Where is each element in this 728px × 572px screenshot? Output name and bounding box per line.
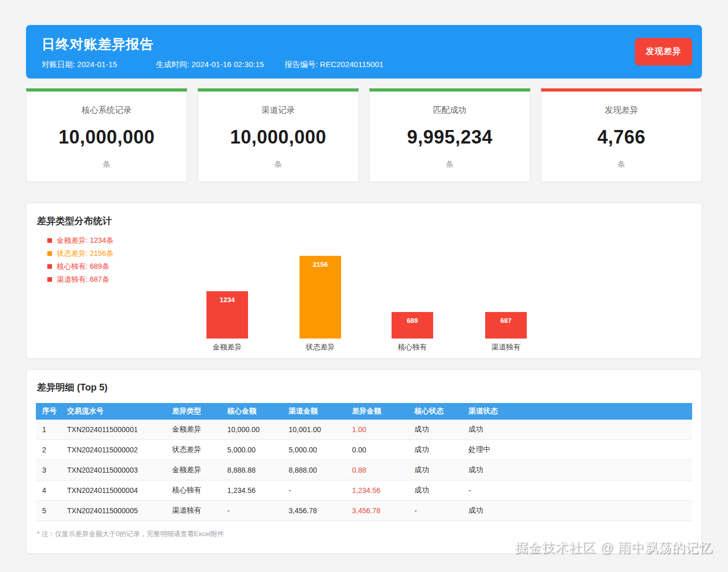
bar-value-label: 1234 xyxy=(220,296,235,339)
table-row: 3TXN20240115000003金额差异8,888.888,888.000.… xyxy=(36,460,692,480)
page-title: 日终对账差异报告 xyxy=(42,35,619,54)
bar-category-label: 状态差异 xyxy=(306,343,335,353)
bar: 2156 xyxy=(300,256,341,339)
column-header: 序号 xyxy=(36,403,61,420)
diff-detail-table: 序号交易流水号差异类型核心金额渠道金额差异金额核心状态渠道状态 1TXN2024… xyxy=(36,403,692,521)
bar-category-label: 核心独有 xyxy=(398,343,427,353)
legend-label: 状态差异: 2156条 xyxy=(57,249,113,258)
cell-channel-status: 处理中 xyxy=(462,440,692,460)
stat-card: 匹配成功9,995,234条 xyxy=(369,88,530,182)
column-header: 交易流水号 xyxy=(61,403,166,420)
bar-group: 2156状态差异 xyxy=(300,256,341,353)
cell-seq: 2 xyxy=(36,440,61,460)
column-header: 渠道状态 xyxy=(462,403,692,420)
cell-core-status: 成功 xyxy=(408,420,462,440)
meta-generated-time: 生成时间: 2024-01-16 02:30:15 xyxy=(156,60,284,70)
cell-txn-id: TXN20240115000002 xyxy=(61,440,166,460)
stat-value: 10,000,000 xyxy=(198,126,358,148)
stat-unit: 条 xyxy=(370,160,530,170)
column-header: 核心状态 xyxy=(408,403,462,420)
bar-value-label: 687 xyxy=(500,317,512,339)
cell-seq: 4 xyxy=(36,480,61,501)
table-row: 2TXN20240115000002状态差异5,000.005,000.000.… xyxy=(36,440,692,460)
column-header: 差异金额 xyxy=(346,403,408,420)
stat-label: 匹配成功 xyxy=(370,105,530,116)
cell-diff-type: 渠道独有 xyxy=(166,501,221,521)
bar-group: 687渠道独有 xyxy=(485,312,527,353)
header-meta: 对账日期: 2024-01-15 生成时间: 2024-01-16 02:30:… xyxy=(42,60,619,70)
cell-core-amount: 8,888.88 xyxy=(221,460,282,480)
table-header: 序号交易流水号差异类型核心金额渠道金额差异金额核心状态渠道状态 xyxy=(36,403,692,420)
legend-swatch xyxy=(47,251,52,256)
stat-value: 9,995,234 xyxy=(370,126,530,148)
stat-value: 4,766 xyxy=(541,126,701,148)
table-row: 5TXN20240115000005渠道独有-3,456.783,456.78-… xyxy=(36,501,692,521)
stat-label: 渠道记录 xyxy=(198,105,358,116)
bar: 1234 xyxy=(206,291,248,339)
legend-item: 状态差异: 2156条 xyxy=(47,250,113,257)
stat-unit: 条 xyxy=(541,160,701,170)
cell-diff-amount: 0.00 xyxy=(346,440,408,460)
meta-report-id: 报告编号: REC20240115001 xyxy=(284,60,384,70)
report-page: 日终对账差异报告 对账日期: 2024-01-15 生成时间: 2024-01-… xyxy=(0,0,728,554)
column-header: 差异类型 xyxy=(166,403,221,420)
table-row: 4TXN20240115000004核心独有1,234.56-1,234.56成… xyxy=(36,480,692,501)
cell-txn-id: TXN20240115000003 xyxy=(61,460,166,480)
legend-label: 核心独有: 689条 xyxy=(57,262,109,271)
cell-channel-status: 成功 xyxy=(462,460,692,480)
diff-detail-card: 差异明细 (Top 5) 序号交易流水号差异类型核心金额渠道金额差异金额核心状态… xyxy=(26,369,702,554)
table-body: 1TXN20240115000001金额差异10,000.0010,001.00… xyxy=(36,420,692,521)
cell-diff-type: 金额差异 xyxy=(166,460,221,480)
cell-diff-type: 核心独有 xyxy=(166,480,221,501)
stat-unit: 条 xyxy=(27,160,187,170)
cell-txn-id: TXN20240115000005 xyxy=(61,501,166,521)
chart-title: 差异类型分布统计 xyxy=(37,215,691,227)
found-diff-button[interactable]: 发现差异 xyxy=(635,38,692,66)
stat-card: 发现差异4,766条 xyxy=(541,88,702,182)
cell-core-amount: - xyxy=(221,501,282,521)
cell-channel-amount: 3,456.78 xyxy=(282,501,346,521)
stat-label: 发现差异 xyxy=(541,105,701,116)
legend-swatch xyxy=(47,238,52,243)
legend-swatch xyxy=(47,277,52,282)
cell-diff-type: 金额差异 xyxy=(166,420,221,440)
bar: 687 xyxy=(485,312,527,339)
meta-recon-date: 对账日期: 2024-01-15 xyxy=(42,60,156,70)
chart-legend: 金额差异: 1234条状态差异: 2156条核心独有: 689条渠道独有: 68… xyxy=(47,237,113,289)
diff-type-bar-chart: 金额差异: 1234条状态差异: 2156条核心独有: 689条渠道独有: 68… xyxy=(37,229,691,353)
cell-channel-amount: - xyxy=(282,480,346,501)
cell-core-status: 成功 xyxy=(408,440,462,460)
stat-label: 核心系统记录 xyxy=(27,105,187,116)
stat-card: 核心系统记录10,000,000条 xyxy=(26,88,187,182)
table-title: 差异明细 (Top 5) xyxy=(37,381,692,394)
diff-type-chart-card: 差异类型分布统计 金额差异: 1234条状态差异: 2156条核心独有: 689… xyxy=(26,203,702,359)
cell-core-status: - xyxy=(408,501,462,521)
bar: 689 xyxy=(392,312,433,339)
bar-value-label: 2156 xyxy=(313,261,328,339)
cell-diff-type: 状态差异 xyxy=(166,440,221,460)
cell-seq: 1 xyxy=(36,420,61,440)
cell-txn-id: TXN20240115000004 xyxy=(61,480,166,501)
bar-value-label: 689 xyxy=(407,317,418,339)
cell-channel-status: 成功 xyxy=(462,420,692,440)
stats-row: 核心系统记录10,000,000条渠道记录10,000,000条匹配成功9,99… xyxy=(26,88,702,182)
legend-label: 渠道独有: 687条 xyxy=(57,275,109,284)
cell-txn-id: TXN20240115000001 xyxy=(61,420,166,440)
cell-channel-status: - xyxy=(462,480,692,501)
bar-group: 689核心独有 xyxy=(392,312,433,353)
stat-value: 10,000,000 xyxy=(27,126,187,148)
stat-unit: 条 xyxy=(198,160,358,170)
bar-category-label: 渠道独有 xyxy=(491,343,521,353)
cell-diff-amount: 1.00 xyxy=(346,420,408,440)
cell-core-amount: 5,000.00 xyxy=(221,440,282,460)
legend-item: 金额差异: 1234条 xyxy=(47,237,113,244)
cell-seq: 5 xyxy=(36,501,61,521)
cell-channel-status: 成功 xyxy=(462,501,692,521)
legend-swatch xyxy=(47,264,52,269)
bar-group: 1234金额差异 xyxy=(206,291,248,353)
cell-core-amount: 1,234.56 xyxy=(221,480,282,501)
legend-label: 金额差异: 1234条 xyxy=(57,236,113,245)
cell-channel-amount: 8,888.00 xyxy=(282,460,346,480)
cell-diff-amount: 1,234.56 xyxy=(346,480,408,501)
table-row: 1TXN20240115000001金额差异10,000.0010,001.00… xyxy=(36,420,692,440)
